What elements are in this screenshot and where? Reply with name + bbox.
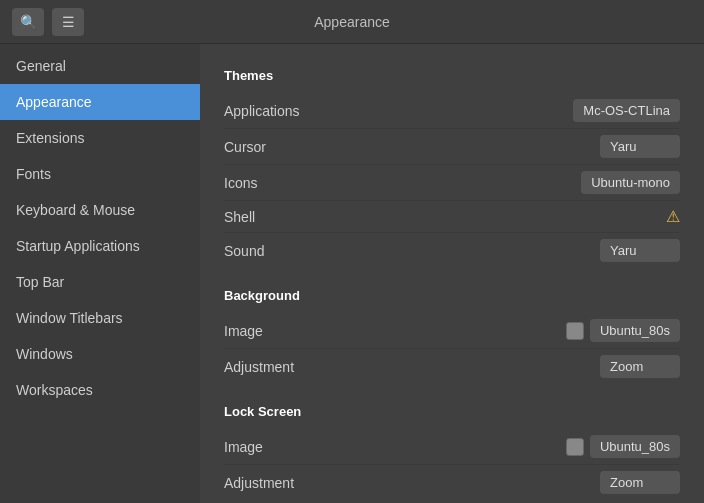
dropdown-bg-image[interactable]: Ubuntu_80s xyxy=(590,319,680,342)
setting-label-bg-image: Image xyxy=(224,323,263,339)
sidebar-item-appearance[interactable]: Appearance xyxy=(0,84,200,120)
setting-row-bg-image: ImageUbuntu_80s xyxy=(224,313,680,349)
setting-row-bg-adjustment: AdjustmentZoom xyxy=(224,349,680,384)
color-swatch-ls-image xyxy=(566,438,584,456)
setting-label-ls-adjustment: Adjustment xyxy=(224,475,294,491)
header-left: 🔍 ☰ xyxy=(12,8,84,36)
section-title-lock-screen: Lock Screen xyxy=(224,404,680,419)
search-button[interactable]: 🔍 xyxy=(12,8,44,36)
setting-value-icons: Ubuntu-mono xyxy=(581,171,680,194)
setting-value-applications: Mc-OS-CTLina xyxy=(573,99,680,122)
header: 🔍 ☰ Appearance xyxy=(0,0,704,44)
setting-label-sound: Sound xyxy=(224,243,264,259)
sidebar-item-extensions[interactable]: Extensions xyxy=(0,120,200,156)
setting-label-cursor: Cursor xyxy=(224,139,266,155)
setting-row-cursor: CursorYaru xyxy=(224,129,680,165)
setting-row-sound: SoundYaru xyxy=(224,233,680,268)
sidebar-item-window-titlebars[interactable]: Window Titlebars xyxy=(0,300,200,336)
setting-label-bg-adjustment: Adjustment xyxy=(224,359,294,375)
setting-label-applications: Applications xyxy=(224,103,300,119)
dropdown-icons[interactable]: Ubuntu-mono xyxy=(581,171,680,194)
dropdown-sound[interactable]: Yaru xyxy=(600,239,680,262)
setting-value-ls-image: Ubuntu_80s xyxy=(566,435,680,458)
setting-value-shell: ⚠ xyxy=(666,207,680,226)
sidebar-item-general[interactable]: General xyxy=(0,48,200,84)
setting-row-icons: IconsUbuntu-mono xyxy=(224,165,680,201)
sidebar-item-keyboard-mouse[interactable]: Keyboard & Mouse xyxy=(0,192,200,228)
warning-icon: ⚠ xyxy=(666,207,680,226)
menu-icon: ☰ xyxy=(62,14,75,30)
dropdown-ls-adjustment[interactable]: Zoom xyxy=(600,471,680,494)
setting-value-bg-adjustment: Zoom xyxy=(600,355,680,378)
color-swatch-bg-image xyxy=(566,322,584,340)
content-area: ThemesApplicationsMc-OS-CTLinaCursorYaru… xyxy=(200,44,704,503)
sidebar-item-windows[interactable]: Windows xyxy=(0,336,200,372)
section-lock-screen: Lock ScreenImageUbuntu_80sAdjustmentZoom xyxy=(224,404,680,500)
main-layout: GeneralAppearanceExtensionsFontsKeyboard… xyxy=(0,44,704,503)
page-title: Appearance xyxy=(314,14,390,30)
setting-value-ls-adjustment: Zoom xyxy=(600,471,680,494)
menu-button[interactable]: ☰ xyxy=(52,8,84,36)
setting-value-sound: Yaru xyxy=(600,239,680,262)
setting-value-bg-image: Ubuntu_80s xyxy=(566,319,680,342)
dropdown-ls-image[interactable]: Ubuntu_80s xyxy=(590,435,680,458)
setting-label-icons: Icons xyxy=(224,175,257,191)
sidebar-item-top-bar[interactable]: Top Bar xyxy=(0,264,200,300)
search-icon: 🔍 xyxy=(20,14,37,30)
dropdown-cursor[interactable]: Yaru xyxy=(600,135,680,158)
setting-row-applications: ApplicationsMc-OS-CTLina xyxy=(224,93,680,129)
setting-row-shell: Shell⚠ xyxy=(224,201,680,233)
dropdown-applications[interactable]: Mc-OS-CTLina xyxy=(573,99,680,122)
section-title-background: Background xyxy=(224,288,680,303)
setting-row-ls-image: ImageUbuntu_80s xyxy=(224,429,680,465)
sidebar: GeneralAppearanceExtensionsFontsKeyboard… xyxy=(0,44,200,503)
sidebar-item-fonts[interactable]: Fonts xyxy=(0,156,200,192)
dropdown-bg-adjustment[interactable]: Zoom xyxy=(600,355,680,378)
section-themes: ThemesApplicationsMc-OS-CTLinaCursorYaru… xyxy=(224,68,680,268)
section-title-themes: Themes xyxy=(224,68,680,83)
section-background: BackgroundImageUbuntu_80sAdjustmentZoom xyxy=(224,288,680,384)
setting-row-ls-adjustment: AdjustmentZoom xyxy=(224,465,680,500)
setting-value-cursor: Yaru xyxy=(600,135,680,158)
setting-label-shell: Shell xyxy=(224,209,255,225)
setting-label-ls-image: Image xyxy=(224,439,263,455)
sidebar-item-startup-applications[interactable]: Startup Applications xyxy=(0,228,200,264)
sidebar-item-workspaces[interactable]: Workspaces xyxy=(0,372,200,408)
